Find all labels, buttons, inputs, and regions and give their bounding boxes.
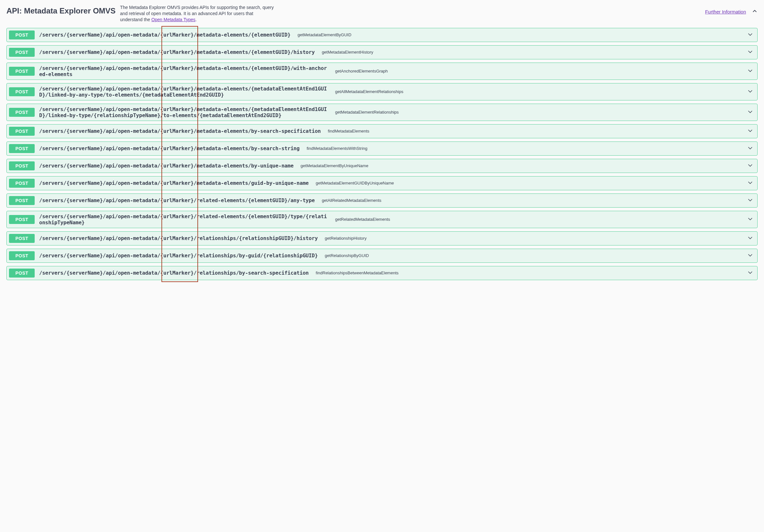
operation-row[interactable]: POST/servers/{serverName}/api/open-metad… (6, 124, 758, 138)
endpoint-path: /servers/{serverName}/api/open-metadata/… (39, 213, 328, 226)
operation-id: getMetadataElementHistory (322, 50, 742, 55)
chevron-down-icon[interactable] (747, 68, 753, 75)
operation-row[interactable]: POST/servers/{serverName}/api/open-metad… (6, 83, 758, 100)
chevron-down-icon[interactable] (747, 252, 753, 259)
operation-id: getMetadataElementByUniqueName (300, 163, 742, 168)
operations-list: POST/servers/{serverName}/api/open-metad… (6, 28, 758, 280)
endpoint-path: /servers/{serverName}/api/open-metadata/… (39, 197, 314, 203)
endpoint-path: /servers/{serverName}/api/open-metadata/… (39, 270, 309, 276)
http-method-badge: POST (9, 215, 35, 224)
http-method-badge: POST (9, 251, 35, 260)
chevron-down-icon[interactable] (747, 269, 753, 276)
operation-id: findRelationshipsBetweenMetadataElements (316, 270, 742, 275)
operation-id: getMetadataElementRelationships (335, 110, 742, 114)
operation-id: getMetadataElementGUIDByUniqueName (316, 181, 742, 185)
operation-row[interactable]: POST/servers/{serverName}/api/open-metad… (6, 176, 758, 190)
endpoint-path: /servers/{serverName}/api/open-metadata/… (39, 65, 328, 77)
chevron-down-icon[interactable] (747, 108, 753, 116)
operation-id: getAllMetadataElementRelationships (335, 89, 742, 94)
endpoint-path: /servers/{serverName}/api/open-metadata/… (39, 32, 290, 38)
endpoint-path: /servers/{serverName}/api/open-metadata/… (39, 106, 328, 118)
chevron-down-icon[interactable] (747, 31, 753, 39)
operation-row[interactable]: POST/servers/{serverName}/api/open-metad… (6, 159, 758, 173)
api-title: API: Metadata Explorer OMVS (6, 4, 115, 15)
http-method-badge: POST (9, 196, 35, 205)
endpoint-path: /servers/{serverName}/api/open-metadata/… (39, 235, 318, 241)
operation-row[interactable]: POST/servers/{serverName}/api/open-metad… (6, 231, 758, 246)
operation-row[interactable]: POST/servers/{serverName}/api/open-metad… (6, 45, 758, 59)
operation-row[interactable]: POST/servers/{serverName}/api/open-metad… (6, 194, 758, 208)
operation-row[interactable]: POST/servers/{serverName}/api/open-metad… (6, 104, 758, 121)
chevron-down-icon[interactable] (747, 179, 753, 187)
api-description: The Metadata Explorer OMVS provides APIs… (120, 4, 274, 23)
endpoint-path: /servers/{serverName}/api/open-metadata/… (39, 128, 321, 134)
http-method-badge: POST (9, 108, 35, 117)
chevron-down-icon[interactable] (747, 162, 753, 169)
endpoint-path: /servers/{serverName}/api/open-metadata/… (39, 180, 309, 186)
chevron-down-icon[interactable] (747, 127, 753, 135)
http-method-badge: POST (9, 87, 35, 96)
collapse-section-icon[interactable] (752, 8, 758, 15)
operation-id: getMetadataElementByGUID (297, 32, 742, 37)
endpoint-path: /servers/{serverName}/api/open-metadata/… (39, 86, 328, 98)
http-method-badge: POST (9, 127, 35, 136)
http-method-badge: POST (9, 161, 35, 170)
chevron-down-icon[interactable] (747, 197, 753, 204)
chevron-down-icon[interactable] (747, 88, 753, 95)
chevron-down-icon[interactable] (747, 216, 753, 223)
http-method-badge: POST (9, 67, 35, 76)
operation-id: findMetadataElementsWithString (306, 146, 742, 151)
http-method-badge: POST (9, 234, 35, 243)
endpoint-path: /servers/{serverName}/api/open-metadata/… (39, 253, 318, 259)
further-information-link[interactable]: Further Information (705, 9, 746, 14)
chevron-down-icon[interactable] (747, 49, 753, 56)
chevron-down-icon[interactable] (747, 235, 753, 242)
chevron-down-icon[interactable] (747, 145, 753, 152)
operation-id: getAnchoredElementsGraph (335, 69, 742, 74)
operation-row[interactable]: POST/servers/{serverName}/api/open-metad… (6, 28, 758, 42)
http-method-badge: POST (9, 179, 35, 188)
endpoint-path: /servers/{serverName}/api/open-metadata/… (39, 163, 293, 169)
operation-row[interactable]: POST/servers/{serverName}/api/open-metad… (6, 211, 758, 228)
operation-id: getAllRelatedMetadataElements (322, 198, 742, 203)
operation-id: getRelationshipHistory (325, 236, 742, 241)
operation-id: findMetadataElements (328, 129, 742, 133)
operation-row[interactable]: POST/servers/{serverName}/api/open-metad… (6, 266, 758, 280)
http-method-badge: POST (9, 268, 35, 277)
http-method-badge: POST (9, 144, 35, 153)
http-method-badge: POST (9, 31, 35, 40)
api-section-header[interactable]: API: Metadata Explorer OMVS The Metadata… (6, 4, 758, 26)
operation-id: getRelatedMetadataElements (335, 217, 742, 222)
api-desc-post: . (196, 17, 197, 22)
open-metadata-types-link[interactable]: Open Metadata Types (151, 17, 196, 22)
operation-row[interactable]: POST/servers/{serverName}/api/open-metad… (6, 141, 758, 156)
endpoint-path: /servers/{serverName}/api/open-metadata/… (39, 145, 299, 151)
operation-id: getRelationshipByGUID (325, 253, 742, 258)
api-desc-text: The Metadata Explorer OMVS provides APIs… (120, 5, 274, 22)
endpoint-path: /servers/{serverName}/api/open-metadata/… (39, 49, 314, 55)
operation-row[interactable]: POST/servers/{serverName}/api/open-metad… (6, 249, 758, 263)
http-method-badge: POST (9, 48, 35, 57)
operation-row[interactable]: POST/servers/{serverName}/api/open-metad… (6, 63, 758, 80)
